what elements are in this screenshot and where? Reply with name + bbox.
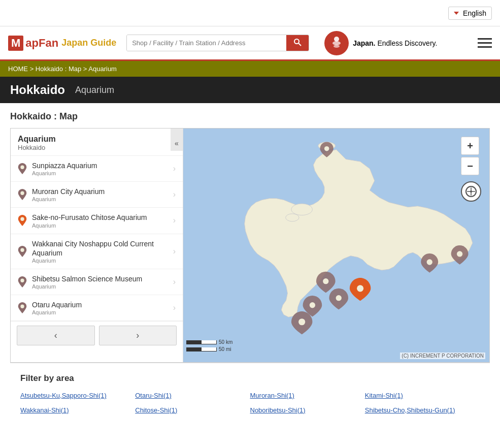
location-list-item[interactable]: Shibetsu Salmon Science Museum Aquarium …: [11, 269, 183, 295]
filter-area-item[interactable]: Wakkanai-Shi(1): [20, 405, 135, 416]
japan-tagline: Endless Discovery.: [377, 39, 437, 47]
list-item-arrow-icon: ›: [173, 277, 176, 286]
item-text: Sunpiazza Aquarium Aquarium: [32, 161, 170, 176]
item-text: Shibetsu Salmon Science Museum Aquarium: [32, 274, 170, 290]
search-input[interactable]: [127, 35, 286, 51]
svg-point-18: [457, 251, 462, 257]
item-name: Sunpiazza Aquarium: [32, 161, 170, 170]
svg-line-1: [298, 43, 301, 46]
map-container: Aquarium Hokkaido « Sunpiazza Aquarium A…: [10, 128, 490, 363]
logo[interactable]: M apFan Japan Guide: [8, 36, 116, 51]
japan-label: Japan.: [353, 39, 375, 47]
hamburger-line-3: [478, 46, 492, 48]
location-list-item[interactable]: Muroran City Aquarium Aquarium ›: [11, 182, 183, 208]
svg-point-21: [336, 295, 342, 301]
filter-area-item[interactable]: Muroran-Shi(1): [250, 391, 365, 401]
item-category: Aquarium: [32, 258, 170, 264]
japan-logo: Japan. Endless Discovery.: [324, 31, 437, 55]
filter-area-item[interactable]: Otaru-Shi(1): [135, 391, 250, 401]
hamburger-menu[interactable]: [478, 38, 492, 48]
breadcrumb-home[interactable]: HOME: [8, 65, 28, 73]
location-list-item[interactable]: Sunpiazza Aquarium Aquarium ›: [11, 156, 183, 182]
item-category: Aquarium: [32, 283, 170, 290]
item-text: Otaru Aquarium Aquarium: [32, 300, 170, 315]
svg-point-23: [298, 318, 305, 325]
item-category: Aquarium: [32, 222, 170, 229]
search-button[interactable]: [286, 35, 309, 51]
japan-tagline-text: Japan. Endless Discovery.: [353, 39, 437, 47]
zoom-in-button[interactable]: +: [461, 137, 479, 155]
pin-icon: [18, 276, 27, 287]
hamburger-line-2: [478, 42, 492, 44]
map-section-title: Hokkaido : Map: [10, 111, 490, 122]
svg-point-16: [324, 146, 329, 151]
location-sidebar: Aquarium Hokkaido « Sunpiazza Aquarium A…: [11, 129, 183, 362]
svg-point-6: [20, 166, 24, 169]
filter-grid: Atsubetsu-Ku,Sapporo-Shi(1)Otaru-Shi(1)M…: [20, 391, 480, 416]
item-category: Aquarium: [32, 309, 170, 315]
filter-area-item[interactable]: Chitose-Shi(1): [135, 405, 250, 416]
pagination: ‹ ›: [11, 321, 183, 349]
pin-icon: [18, 302, 27, 313]
breadcrumb-sep-2: >: [83, 65, 89, 73]
list-item-arrow-icon: ›: [173, 190, 176, 199]
map-area[interactable]: + − 50 km: [183, 129, 489, 362]
item-name: Wakkanai City Noshappu Cold Current Aqua…: [32, 239, 170, 258]
breadcrumb-sep-1: >: [30, 65, 36, 73]
logo-guide: Japan Guide: [61, 38, 116, 48]
prev-page-button[interactable]: ‹: [17, 326, 95, 345]
compass-button[interactable]: [461, 181, 481, 202]
svg-point-20: [323, 278, 328, 284]
top-bar: English: [0, 0, 500, 26]
breadcrumb: HOME > Hokkaido : Map > Aquarium: [0, 61, 500, 77]
logo-text: apFan: [25, 37, 58, 50]
item-category: Aquarium: [32, 170, 170, 176]
filter-area-item[interactable]: Kitami-Shi(1): [365, 391, 480, 401]
pin-icon: [18, 163, 27, 174]
pin-icon: [18, 215, 27, 226]
svg-point-0: [294, 39, 299, 44]
filter-area-item[interactable]: Noboribetsu-Shi(1): [250, 405, 365, 416]
logo-m: M: [8, 36, 23, 51]
location-list-item[interactable]: Otaru Aquarium Aquarium ›: [11, 295, 183, 321]
next-page-button[interactable]: ›: [99, 326, 177, 345]
svg-point-15: [286, 214, 299, 221]
page-category-subtitle: Aquarium: [75, 85, 114, 95]
hamburger-line-1: [478, 38, 492, 40]
list-item-arrow-icon: ›: [173, 247, 176, 256]
filter-area-item[interactable]: Shibetsu-Cho,Shibetsu-Gun(1): [365, 405, 480, 416]
pin-icon: [18, 246, 27, 257]
location-list-item[interactable]: Wakkanai City Noshappu Cold Current Aqua…: [11, 234, 183, 269]
location-list: Sunpiazza Aquarium Aquarium › Muroran Ci…: [11, 156, 183, 321]
zoom-out-button[interactable]: −: [461, 157, 479, 175]
item-text: Wakkanai City Noshappu Cold Current Aqua…: [32, 239, 170, 264]
item-category: Aquarium: [32, 196, 170, 202]
language-selector[interactable]: English: [448, 7, 492, 20]
language-label: English: [463, 9, 486, 17]
search-icon: [293, 38, 302, 46]
svg-point-19: [357, 285, 363, 292]
filter-area-item[interactable]: Atsubetsu-Ku,Sapporo-Shi(1): [20, 391, 135, 401]
page-header: Hokkaido Aquarium: [0, 77, 500, 103]
scale-km: 50 km: [219, 339, 232, 345]
japan-circle-icon: [324, 31, 349, 55]
breadcrumb-hokkaido-map[interactable]: Hokkaido : Map: [36, 65, 81, 73]
dropdown-arrow-icon: [454, 12, 459, 15]
svg-point-28: [470, 190, 472, 193]
list-item-arrow-icon: ›: [173, 216, 176, 225]
page-region-title: Hokkaido: [10, 83, 65, 97]
sidebar-header: Aquarium Hokkaido «: [11, 129, 183, 156]
breadcrumb-current: Aquarium: [88, 65, 117, 73]
sidebar-category-title: Aquarium: [18, 135, 176, 144]
sidebar-collapse-button[interactable]: «: [171, 129, 183, 151]
map-svg: [183, 129, 489, 362]
svg-point-4: [332, 41, 341, 45]
search-bar: [126, 35, 309, 51]
item-name: Shibetsu Salmon Science Museum: [32, 274, 170, 283]
filter-title: Filter by area: [20, 373, 480, 383]
location-list-item[interactable]: Sake-no-Furusato Chitose Aquarium Aquari…: [11, 208, 183, 234]
header: M apFan Japan Guide Japan. Endless Disco…: [0, 26, 500, 61]
item-text: Sake-no-Furusato Chitose Aquarium Aquari…: [32, 213, 170, 228]
sidebar-inner: Aquarium Hokkaido « Sunpiazza Aquarium A…: [11, 129, 183, 349]
compass-icon: [465, 185, 477, 198]
